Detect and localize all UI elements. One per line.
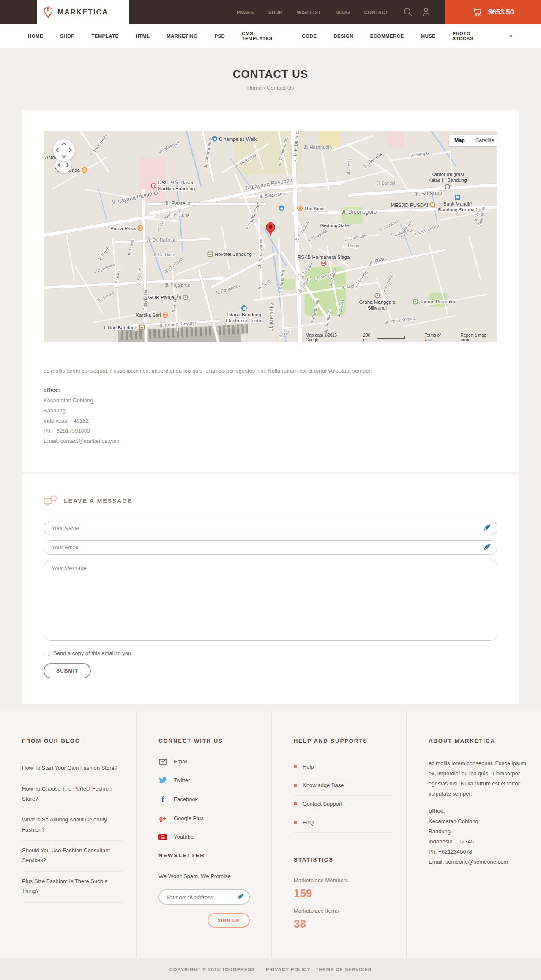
report-map-error-link[interactable]: Report a map error [461, 333, 494, 342]
category-template[interactable]: TEMPLATE [91, 33, 118, 38]
header-icons [404, 8, 430, 16]
map-label-text: Jl. Pasteur [164, 200, 190, 206]
footer-about-column: ABOUT MARKETICA ec mollis lorem consequa… [406, 711, 541, 958]
location-marker[interactable] [265, 222, 276, 238]
top-header: MARKETICA PAGESSHOPWISHLISTBLOGCONTACT $… [0, 0, 541, 24]
gor-icon [183, 294, 189, 300]
map-label-jl-sulanjana: Jl. Sulanjana [258, 191, 285, 199]
category-ecommerce[interactable]: ECOMMERCE [370, 33, 404, 38]
submit-button[interactable]: SUBMIT [44, 663, 91, 678]
category-marketing[interactable]: MARKETING [167, 33, 197, 38]
category-psd[interactable]: PSD [214, 33, 225, 38]
map-label-text: Jl. Japati [346, 158, 352, 175]
rotate-left-icon[interactable] [57, 162, 62, 167]
about-office-address: Kecamatan CoblongBandung.Indonesia – 123… [429, 816, 527, 867]
map-label-jl-hasanudin: Jl. Hasanudin [303, 145, 332, 150]
map-pan-control[interactable] [53, 139, 75, 161]
header-nav-wishlist[interactable]: WISHLIST [297, 10, 321, 15]
map-label-jl-bondol: Jl. Bondol [377, 181, 395, 185]
header-nav-shop[interactable]: SHOP [268, 10, 283, 15]
pan-left-icon[interactable] [56, 148, 60, 152]
breadcrumb: Home › Contact Us [0, 85, 541, 91]
blog-link[interactable]: How To Choose The Perfect Fashion Store? [22, 779, 122, 810]
social-link-google-plus[interactable]: g+Google Plus [158, 815, 257, 821]
category-design[interactable]: DESIGN [333, 33, 353, 38]
satellite-view-button[interactable]: Satellite [470, 135, 497, 146]
inst-icon [445, 184, 450, 189]
category-home[interactable]: HOME [28, 33, 43, 38]
blog-link[interactable]: Should You Use Fashion Consultant Servic… [22, 841, 122, 872]
map-label-text: Hilton Bandung [104, 325, 137, 330]
map-label-jl-pajajaran: Jl. Pajajaran [165, 283, 191, 288]
google-map[interactable]: Map Satellite Map data ©2015 Google 200 … [44, 131, 497, 342]
social-link-email[interactable]: Email [158, 758, 257, 765]
header-nav-pages[interactable]: PAGES [237, 10, 254, 15]
terms-of-use-link[interactable]: Terms of Use [425, 333, 448, 342]
social-link-facebook[interactable]: fFacebook [158, 796, 257, 803]
map-data-credit: Map data ©2015 Google [306, 333, 349, 342]
send-copy-checkbox[interactable] [44, 651, 49, 656]
rotate-right-icon[interactable] [64, 162, 69, 167]
logo[interactable]: MARKETICA [37, 0, 129, 24]
help-label: Knowladge Base [303, 782, 344, 788]
map-label-text: Jl. Kresna [96, 290, 115, 303]
signup-button[interactable]: SIGN UP [208, 913, 250, 928]
blog-link[interactable]: What is So Alluring About Celebrity Fash… [22, 810, 122, 841]
map-label-jl-diponegoro: Jl. Diponegoro [342, 209, 377, 215]
category-html[interactable]: HTML [136, 33, 150, 38]
office-label: office: [429, 807, 527, 814]
breadcrumb-separator: › [263, 85, 265, 91]
search-icon[interactable] [404, 8, 413, 16]
social-link-youtube[interactable]: YouTubeYoutube [158, 834, 257, 840]
message-textarea[interactable] [44, 560, 497, 641]
help-link-help[interactable]: Help [294, 758, 392, 777]
map-label-jl-tirtayasa: Jl. Tirtayasa [306, 228, 328, 243]
map-road [66, 235, 76, 280]
map-label-mesjid-pusdai: MESJID PUSDAI [391, 202, 435, 208]
category-code[interactable]: CODE [302, 33, 317, 38]
pan-right-icon[interactable] [67, 148, 71, 152]
header-nav-contact[interactable]: CONTACT [364, 10, 388, 15]
social-link-twitter[interactable]: Twitter [158, 777, 257, 783]
map-label-jl-dr-cipto: Jl. Dr. Cipto [163, 256, 183, 273]
map-view-button[interactable]: Map [449, 135, 470, 146]
restaurant-icon [163, 312, 168, 318]
user-icon[interactable] [422, 8, 430, 16]
map-label-kantor-imigrasi: Kantor Imigrasi Kelas I - Bandung [428, 171, 467, 190]
help-link-knowladge-base[interactable]: Knowladge Base [294, 777, 392, 796]
category-photo-stocks[interactable]: PHOTO STOCKS [452, 31, 493, 41]
name-input[interactable] [44, 521, 497, 535]
breadcrumb-home[interactable]: Home [247, 85, 262, 91]
legal-links[interactable]: PRIVACY POLICY . TERMS OF SERVICES [266, 967, 372, 972]
office-address-line: Ph. +62817391083 [44, 426, 497, 436]
map-label-the-kiosk: The Kiosk [297, 206, 326, 211]
chevron-down-icon[interactable]: » [508, 34, 515, 38]
blog-link[interactable]: Plus Size Fashion: Is There Such a Thing… [22, 872, 122, 903]
header-nav-blog[interactable]: BLOG [336, 10, 350, 15]
map-label-text: Novotel Bandung [215, 252, 252, 257]
contact-info-card: Map Satellite Map data ©2015 Google 200 … [22, 110, 519, 472]
scale-bar-icon [377, 336, 405, 339]
cart-button[interactable]: $653.50 [445, 0, 541, 24]
map-label-prima-rasa: Prima Rasa [110, 225, 143, 231]
pan-down-icon[interactable] [61, 153, 66, 158]
restaurant-icon [82, 167, 87, 173]
help-link-faq[interactable]: FAQ [294, 814, 392, 833]
map-label-text: Taman Pramuka [420, 299, 455, 304]
map-label-text: Jl. Hasanudin [303, 145, 332, 150]
bank-icon [455, 195, 460, 200]
newsletter-email-input[interactable] [158, 889, 250, 905]
blog-link[interactable]: How To Start Your Own Fashion Store? [22, 758, 122, 779]
map-label-text: Jl. Diponegoro [342, 209, 377, 215]
category-muse[interactable]: MUSE [421, 33, 435, 38]
map-label-text: Kartika Sari [136, 313, 161, 318]
email-input[interactable] [44, 540, 497, 555]
map-label-text: Jl. Cipunagara [413, 223, 440, 237]
pan-up-icon[interactable] [61, 142, 66, 147]
help-link-contact-support[interactable]: Contact Support [294, 796, 392, 814]
map-label-text: Jl. Sulanjana [258, 191, 285, 199]
category-shop[interactable]: SHOP [60, 33, 74, 38]
category-cms-templates[interactable]: CMS TEMPLATES [242, 31, 285, 41]
map-label-text: Jl. Aceh [257, 278, 272, 290]
map-label-text: Jl. Purnawarma [257, 239, 264, 268]
